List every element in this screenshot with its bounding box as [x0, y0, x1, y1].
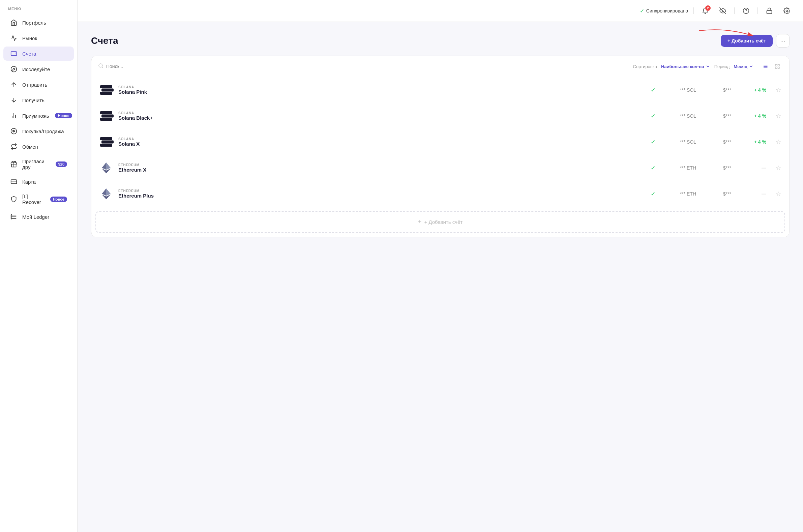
table-row[interactable]: SOLANA Solana Black+ ✓ *** SOL $*** + 4 …	[91, 103, 789, 129]
wallet-icon	[10, 50, 18, 57]
account-logo	[99, 109, 113, 123]
svg-rect-34	[101, 89, 114, 92]
money-badge: $20	[56, 162, 67, 167]
sort-value[interactable]: Наибольшее кол-во	[661, 64, 710, 69]
sidebar-item-label: Исследуйте	[22, 66, 50, 72]
sort-label: Сортировка	[633, 64, 657, 69]
grid-view-button[interactable]	[772, 61, 782, 72]
table-row[interactable]: SOLANA Solana Pink ✓ *** SOL $*** + 4 % …	[91, 77, 789, 103]
compass-icon	[10, 65, 18, 73]
sidebar-item-label: Обмен	[22, 144, 38, 150]
sidebar-item-label: Рынок	[22, 35, 37, 41]
accounts-panel: Сортировка Наибольшее кол-во Период Меся…	[91, 56, 789, 238]
verified-icon: ✓	[651, 112, 656, 120]
table-row[interactable]: ETHEREUM Ethereum Plus ✓ *** ETH $*** — …	[91, 181, 789, 207]
favorite-star-icon[interactable]: ☆	[776, 86, 781, 94]
list-view-button[interactable]	[760, 61, 770, 72]
account-change: + 4 %	[746, 113, 766, 119]
help-circle-icon	[743, 7, 749, 14]
account-name: Ethereum Plus	[118, 193, 645, 198]
dollar-circle-icon	[10, 128, 18, 135]
filter-bar: Сортировка Наибольшее кол-во Период Меся…	[91, 56, 789, 77]
svg-rect-38	[100, 118, 112, 121]
account-balance-crypto: *** SOL	[668, 87, 708, 93]
sidebar-item-portfolio[interactable]: Портфель	[3, 16, 74, 30]
search-wrap	[98, 63, 629, 70]
svg-marker-44	[102, 163, 106, 169]
sidebar-item-invite[interactable]: Пригласи дру $20	[3, 155, 74, 173]
favorite-star-icon[interactable]: ☆	[776, 112, 781, 120]
account-logo	[99, 161, 113, 175]
sidebar-item-accounts[interactable]: Счета	[3, 46, 74, 61]
sidebar-item-label: Мой Ledger	[22, 214, 49, 220]
topbar-divider-3	[758, 7, 758, 14]
shield-icon	[10, 195, 18, 203]
sidebar-item-label: Пригласи дру	[22, 158, 50, 170]
sidebar-item-recover[interactable]: [L] Recover Новое	[3, 190, 74, 208]
view-toggle	[760, 61, 782, 72]
bar-chart-icon	[10, 112, 18, 119]
sidebar-item-receive[interactable]: Получить	[3, 93, 74, 107]
sidebar-item-send[interactable]: Отправить	[3, 78, 74, 92]
svg-rect-35	[100, 92, 112, 95]
settings-button[interactable]	[781, 5, 793, 17]
sync-status: ✓ Синхронизировано	[640, 8, 688, 14]
sidebar-menu-label: МЕНЮ	[0, 7, 77, 15]
svg-rect-18	[767, 11, 772, 14]
add-account-dashed-row[interactable]: + + Добавить счёт	[95, 211, 785, 233]
svg-rect-37	[101, 115, 114, 118]
sidebar-item-exchange[interactable]: Обмен	[3, 139, 74, 154]
account-change: —	[746, 191, 766, 196]
sidebar-item-ledger[interactable]: Мой Ledger	[3, 210, 74, 224]
search-input[interactable]	[106, 64, 629, 69]
ethereum-icon	[101, 162, 111, 174]
grid-icon	[775, 64, 780, 69]
svg-marker-45	[106, 163, 111, 169]
chevron-down-period-icon	[749, 64, 753, 69]
sidebar-item-label: Отправить	[22, 82, 47, 88]
account-name: Ethereum X	[118, 167, 645, 173]
lock-button[interactable]	[763, 5, 776, 17]
add-account-button[interactable]: + Добавить счёт	[721, 35, 773, 47]
account-logo	[99, 135, 113, 149]
page-title: Счета	[91, 35, 118, 46]
verified-icon: ✓	[651, 164, 656, 172]
table-row[interactable]: SOLANA Solana X ✓ *** SOL $*** + 4 % ☆	[91, 129, 789, 155]
sidebar-item-market[interactable]: Рынок	[3, 31, 74, 45]
favorite-star-icon[interactable]: ☆	[776, 138, 781, 146]
plus-icon: +	[418, 218, 422, 226]
verified-icon: ✓	[651, 86, 656, 94]
notifications-button[interactable]: 2	[699, 5, 711, 17]
svg-marker-48	[102, 188, 106, 195]
account-chain: ETHEREUM	[118, 189, 645, 193]
account-balance-crypto: *** SOL	[668, 139, 708, 145]
sidebar-item-multiply[interactable]: Приумножь Новое	[3, 109, 74, 123]
exchange-icon	[10, 143, 18, 150]
sync-label: Синхронизировано	[646, 8, 688, 14]
svg-rect-40	[101, 140, 114, 144]
period-value[interactable]: Месяц	[733, 64, 753, 69]
favorite-star-icon[interactable]: ☆	[776, 164, 781, 172]
account-logo	[99, 187, 113, 201]
verified-icon: ✓	[651, 138, 656, 146]
help-button[interactable]	[740, 5, 752, 17]
sidebar-item-buysell[interactable]: Покупка/Продажа	[3, 124, 74, 138]
ledger-icon	[10, 213, 18, 221]
hide-balances-button[interactable]	[717, 5, 729, 17]
more-options-button[interactable]: ···	[776, 34, 789, 48]
sidebar-item-card[interactable]: Карта	[3, 175, 74, 189]
account-chain: SOLANA	[118, 137, 645, 141]
solana-icon	[100, 110, 112, 122]
send-icon	[10, 81, 18, 88]
sidebar: МЕНЮ Портфель Рынок Счета Исследуйте Отп…	[0, 0, 78, 532]
topbar-divider-2	[734, 7, 734, 14]
sidebar-item-explore[interactable]: Исследуйте	[3, 62, 74, 76]
account-balance-usd: $***	[714, 191, 741, 196]
account-name: Solana Black+	[118, 115, 645, 121]
account-balance-usd: $***	[714, 113, 741, 119]
account-change: —	[746, 165, 766, 171]
lock-icon	[766, 7, 773, 14]
table-row[interactable]: ETHEREUM Ethereum X ✓ *** ETH $*** — ☆	[91, 155, 789, 181]
svg-marker-2	[13, 68, 15, 70]
favorite-star-icon[interactable]: ☆	[776, 190, 781, 197]
